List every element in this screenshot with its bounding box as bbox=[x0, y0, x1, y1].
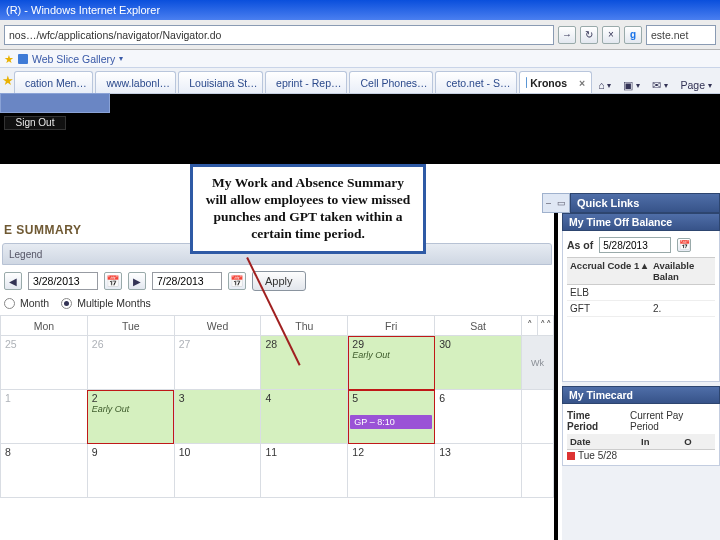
cal-cell[interactable]: 1 bbox=[1, 390, 88, 444]
day-header: Thu bbox=[261, 316, 348, 336]
search-input[interactable] bbox=[646, 25, 716, 45]
balance-row[interactable]: ELB bbox=[567, 285, 715, 301]
tab-2[interactable]: Louisiana St… bbox=[178, 71, 263, 93]
day-number: 13 bbox=[439, 446, 451, 458]
radio-icon bbox=[61, 298, 72, 309]
work-absence-summary-panel: E SUMMARY Legend ◀ 📅 ▶ 📅 Apply Month Mul… bbox=[0, 213, 558, 540]
day-number: 25 bbox=[5, 338, 17, 350]
col-out[interactable]: O bbox=[681, 434, 715, 449]
right-side-panels: My Time Off Balance As of 📅 Accrual Code… bbox=[562, 213, 720, 540]
to-date-input[interactable] bbox=[152, 272, 222, 290]
tab-close-icon[interactable]: × bbox=[579, 77, 585, 89]
cal-cell[interactable]: 27 bbox=[174, 336, 261, 390]
url-input[interactable] bbox=[4, 25, 554, 45]
radio-month[interactable]: Month bbox=[4, 297, 49, 309]
quick-links-header[interactable]: Quick Links bbox=[570, 193, 720, 213]
day-number: 5 bbox=[352, 392, 358, 404]
day-number: 30 bbox=[439, 338, 451, 350]
prev-period-button[interactable]: ◀ bbox=[4, 272, 22, 290]
balance-row[interactable]: GFT2. bbox=[567, 301, 715, 317]
home-button[interactable]: ⌂▾ bbox=[594, 77, 615, 93]
stop-button[interactable]: × bbox=[602, 26, 620, 44]
from-date-input[interactable] bbox=[28, 272, 98, 290]
day-number: 9 bbox=[92, 446, 98, 458]
day-note: Early Out bbox=[352, 350, 430, 360]
page-menu[interactable]: Page▾ bbox=[676, 77, 716, 93]
cal-cell[interactable]: 13 bbox=[435, 444, 522, 498]
radio-multiple-months[interactable]: Multiple Months bbox=[61, 297, 151, 309]
timecard-panel-header[interactable]: My Timecard bbox=[562, 386, 720, 404]
col-available-balance[interactable]: Available Balan bbox=[650, 258, 715, 284]
feeds-button[interactable]: ▣▾ bbox=[619, 77, 644, 93]
radio-icon bbox=[4, 298, 15, 309]
timecard-row[interactable]: Tue 5/28 bbox=[567, 450, 715, 461]
cal-cell[interactable]: 5GP – 8:10 bbox=[348, 390, 435, 444]
time-period-value[interactable]: Current Pay Period bbox=[630, 410, 715, 432]
browser-tabs: ★ cation Men… www.labonl… Louisiana St… … bbox=[0, 68, 720, 94]
col-date[interactable]: Date bbox=[567, 434, 638, 449]
window-title: (R) - Windows Internet Explorer bbox=[6, 4, 160, 16]
day-number: 3 bbox=[179, 392, 185, 404]
week-label: Wk bbox=[526, 358, 549, 368]
cal-cell[interactable]: 29Early Out bbox=[348, 336, 435, 390]
tab-3[interactable]: eprint - Rep… bbox=[265, 71, 347, 93]
tab-label: Cell Phones… bbox=[360, 77, 427, 89]
favorites-button-icon[interactable]: ★ bbox=[2, 73, 14, 88]
mail-icon: ✉ bbox=[652, 79, 661, 91]
day-header: Sat bbox=[435, 316, 522, 336]
collapse-all-icon[interactable]: ˄˄ bbox=[538, 316, 554, 336]
collapse-up-icon[interactable]: ˄ bbox=[522, 316, 538, 336]
cal-cell[interactable]: 6 bbox=[435, 390, 522, 444]
tab-0[interactable]: cation Men… bbox=[14, 71, 93, 93]
window-titlebar: (R) - Windows Internet Explorer bbox=[0, 0, 720, 20]
cal-cell[interactable]: 25 bbox=[1, 336, 88, 390]
mail-button[interactable]: ✉▾ bbox=[648, 77, 672, 93]
app-header-band: Sign Out bbox=[0, 94, 720, 164]
cal-cell[interactable]: 9 bbox=[87, 444, 174, 498]
day-number: 11 bbox=[265, 446, 277, 458]
cal-cell[interactable]: 11 bbox=[261, 444, 348, 498]
chevron-down-icon: ▾ bbox=[708, 81, 712, 90]
col-accrual-code[interactable]: Accrual Code 1 ▴ bbox=[567, 258, 650, 284]
cal-cell[interactable]: 30 bbox=[435, 336, 522, 390]
panel-minimize-icon[interactable]: – bbox=[546, 198, 551, 208]
cal-cell[interactable]: 3 bbox=[174, 390, 261, 444]
radio-label: Month bbox=[20, 297, 49, 309]
cal-week-cell bbox=[522, 390, 554, 444]
timecard-panel-body: Time Period Current Pay Period Date In O… bbox=[562, 404, 720, 466]
radio-label: Multiple Months bbox=[77, 297, 151, 309]
home-icon: ⌂ bbox=[598, 79, 604, 91]
calendar-icon[interactable]: 📅 bbox=[104, 272, 122, 290]
go-button[interactable]: → bbox=[558, 26, 576, 44]
favorites-item[interactable]: Web Slice Gallery bbox=[32, 53, 115, 65]
cal-cell[interactable]: 12 bbox=[348, 444, 435, 498]
next-period-button[interactable]: ▶ bbox=[128, 272, 146, 290]
tab-5[interactable]: ceto.net - S… bbox=[435, 71, 516, 93]
tab-kronos[interactable]: Kronos× bbox=[519, 71, 592, 93]
as-of-date-input[interactable] bbox=[599, 237, 671, 253]
favorites-dropdown-icon[interactable]: ▾ bbox=[119, 54, 123, 63]
col-in[interactable]: In bbox=[638, 434, 681, 449]
period-radio-group: Month Multiple Months bbox=[0, 297, 554, 315]
tab-4[interactable]: Cell Phones… bbox=[349, 71, 433, 93]
as-of-row: As of 📅 bbox=[567, 235, 715, 257]
panel-window-controls[interactable]: – ▭ bbox=[542, 193, 570, 213]
cal-cell[interactable]: 8 bbox=[1, 444, 88, 498]
cal-cell[interactable]: 10 bbox=[174, 444, 261, 498]
calendar-icon[interactable]: 📅 bbox=[228, 272, 246, 290]
cal-cell[interactable]: 4 bbox=[261, 390, 348, 444]
calendar-icon[interactable]: 📅 bbox=[677, 238, 691, 252]
tab-1[interactable]: www.labonl… bbox=[95, 71, 176, 93]
balance-columns: Accrual Code 1 ▴ Available Balan bbox=[567, 257, 715, 285]
tab-label: Louisiana St… bbox=[189, 77, 257, 89]
day-number: 2 bbox=[92, 392, 98, 404]
cal-cell[interactable]: 28 bbox=[261, 336, 348, 390]
refresh-button[interactable]: ↻ bbox=[580, 26, 598, 44]
sign-out-link[interactable]: Sign Out bbox=[4, 116, 66, 130]
panel-maximize-icon[interactable]: ▭ bbox=[557, 198, 566, 208]
day-number: 29 bbox=[352, 338, 364, 350]
cal-cell[interactable]: 26 bbox=[87, 336, 174, 390]
balance-panel-header[interactable]: My Time Off Balance bbox=[562, 213, 720, 231]
cal-week-cell: Wk bbox=[522, 336, 554, 390]
cal-cell[interactable]: 2Early Out bbox=[87, 390, 174, 444]
